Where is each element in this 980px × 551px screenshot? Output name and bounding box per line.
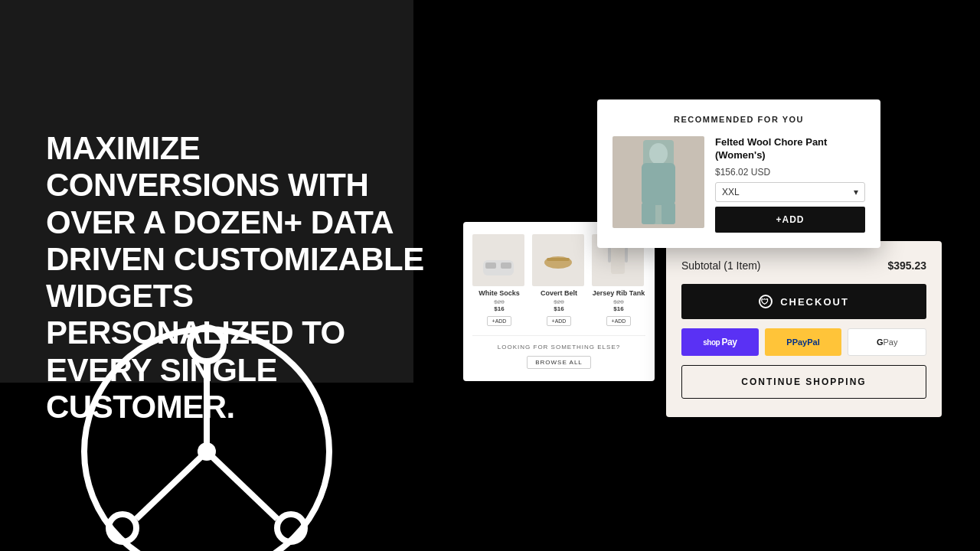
products-grid: White Socks $20 $16 +ADD Covert Belt $20… bbox=[472, 234, 645, 326]
size-select[interactable]: XXL ▾ bbox=[715, 182, 865, 202]
paypal-button[interactable]: P PayPal bbox=[765, 328, 842, 356]
chevron-down-icon: ▾ bbox=[854, 187, 858, 197]
gpay-icon: G bbox=[877, 337, 884, 347]
product-card-price-old: $20 bbox=[592, 298, 645, 305]
product-add-button[interactable]: +ADD bbox=[487, 316, 512, 326]
product-row: Felted Wool Chore Pant (Women's) $156.02… bbox=[612, 136, 865, 233]
product-info: Felted Wool Chore Pant (Women's) $156.02… bbox=[715, 136, 865, 233]
product-add-button[interactable]: +ADD bbox=[606, 316, 632, 326]
shoppay-icon: shop Pay bbox=[703, 337, 737, 347]
product-name: Felted Wool Chore Pant (Women's) bbox=[715, 136, 865, 162]
svg-point-7 bbox=[198, 442, 216, 461]
list-item: Covert Belt $20 $16 +ADD bbox=[532, 234, 586, 326]
gpay-label: Pay bbox=[883, 337, 897, 347]
checkout-label: CHECKOUT bbox=[780, 296, 849, 308]
gpay-button[interactable]: G Pay bbox=[848, 328, 926, 356]
payment-options-row: shop Pay P PayPal G Pay bbox=[681, 328, 926, 356]
paypal-icon: P bbox=[786, 337, 792, 347]
size-value: XXL bbox=[722, 187, 740, 197]
subtotal-row: Subtotal (1 Item) $395.23 bbox=[681, 259, 926, 272]
product-price: $156.02 USD bbox=[715, 167, 865, 178]
paypal-label: PayPal bbox=[792, 337, 820, 347]
shield-icon: 🛡 bbox=[759, 295, 773, 308]
svg-line-5 bbox=[136, 452, 207, 519]
product-card-price-old: $20 bbox=[472, 298, 526, 305]
recommended-title: RECOMMENDED FOR YOU bbox=[612, 115, 865, 124]
product-card-price-new: $16 bbox=[472, 305, 526, 312]
svg-rect-17 bbox=[547, 258, 570, 261]
product-add-button[interactable]: +ADD bbox=[547, 316, 572, 326]
shoppay-button[interactable]: shop Pay bbox=[681, 328, 759, 356]
recommended-widget: RECOMMENDED FOR YOU Felted Wool Chore Pa… bbox=[597, 99, 880, 248]
svg-rect-18 bbox=[611, 247, 625, 274]
browse-all-button[interactable]: BROWSE ALL bbox=[527, 356, 591, 369]
svg-rect-20 bbox=[625, 247, 628, 262]
list-item: Jersey Rib Tank $20 $16 +ADD bbox=[592, 234, 645, 326]
product-card-price-old: $20 bbox=[532, 298, 586, 305]
subtotal-label: Subtotal (1 Item) bbox=[681, 259, 761, 272]
svg-rect-11 bbox=[642, 203, 655, 224]
svg-point-9 bbox=[649, 143, 668, 165]
svg-rect-14 bbox=[485, 262, 496, 269]
cart-widget: Subtotal (1 Item) $395.23 🛡 CHECKOUT sho… bbox=[666, 241, 942, 417]
product-card-image bbox=[472, 234, 524, 286]
svg-rect-12 bbox=[662, 203, 675, 224]
list-item: White Socks $20 $16 +ADD bbox=[472, 234, 526, 326]
product-card-name: Covert Belt bbox=[532, 289, 586, 297]
checkout-button[interactable]: 🛡 CHECKOUT bbox=[681, 284, 926, 319]
product-card-price-new: $16 bbox=[592, 305, 645, 312]
subtotal-amount: $395.23 bbox=[887, 259, 926, 272]
product-card-name: Jersey Rib Tank bbox=[592, 289, 645, 297]
product-card-image bbox=[532, 234, 584, 286]
svg-rect-10 bbox=[642, 163, 675, 205]
continue-shopping-button[interactable]: CONTINUE SHOPPING bbox=[681, 365, 926, 399]
browse-label: LOOKING FOR SOMETHING ELSE? bbox=[472, 344, 645, 350]
product-image bbox=[612, 136, 704, 228]
product-card-price-new: $16 bbox=[532, 305, 586, 312]
browse-section: LOOKING FOR SOMETHING ELSE? BROWSE ALL bbox=[472, 335, 645, 369]
network-icon bbox=[61, 291, 352, 551]
svg-point-1 bbox=[190, 328, 224, 361]
product-card-name: White Socks bbox=[472, 289, 526, 297]
svg-line-6 bbox=[207, 452, 277, 519]
svg-rect-19 bbox=[608, 247, 611, 262]
svg-rect-15 bbox=[501, 262, 511, 269]
add-to-cart-button[interactable]: +ADD bbox=[715, 207, 865, 233]
